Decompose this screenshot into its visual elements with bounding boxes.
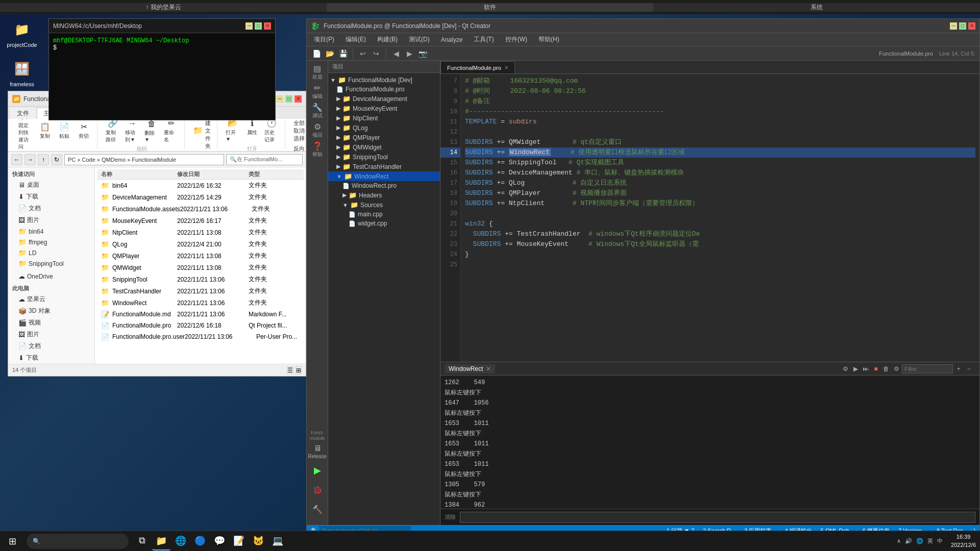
path-bar[interactable]: PC » Code » QMDemo » FunctionalModule (64, 154, 224, 165)
tree-sources[interactable]: ▼ 📁 Sources (328, 200, 440, 210)
output-collapse-btn[interactable]: − (964, 364, 973, 373)
tree-testcrashhandler[interactable]: ▶ 📁 TestCrashHandler (328, 162, 440, 171)
output-fwd-btn[interactable]: ⏭ (861, 364, 870, 373)
select-none-btn[interactable]: 全部取消选择 (291, 119, 306, 143)
nav-refresh-btn[interactable]: ↻ (51, 154, 62, 165)
sidebar-help-btn[interactable]: ❓帮助 (308, 140, 327, 159)
terminal-maximize-btn[interactable]: □ (255, 22, 262, 30)
output-text-input[interactable] (460, 512, 975, 523)
invert-select-btn[interactable]: 反向选择 (291, 144, 306, 152)
code-content[interactable]: # @邮箱 1603291350@qq.com # @时间 2022-08-06… (461, 74, 979, 362)
output-filter-input[interactable] (902, 364, 953, 373)
sidebar-item-images[interactable]: 🖼图片 (8, 329, 94, 340)
file-item-ntpclient[interactable]: 📁NtpClient2022/11/1 13:08文件夹 (97, 227, 304, 238)
close-tab-icon[interactable]: ✕ (504, 65, 508, 70)
sidebar-item-download[interactable]: ⬇下载 (8, 191, 94, 203)
taskbar-top-right[interactable]: 系统 (653, 3, 980, 12)
nav-up-btn[interactable]: ↑ (38, 154, 49, 165)
sidebar-item-pics[interactable]: 🖼图片 (8, 214, 94, 226)
toolbar-undo-btn[interactable]: ↩ (357, 48, 369, 59)
file-item-qmwidget[interactable]: 📁QMWidget2022/11/1 13:08文件夹 (97, 262, 304, 273)
toolbar-new-btn[interactable]: 📄 (311, 48, 322, 59)
nav-forward-btn[interactable]: → (24, 154, 36, 165)
tree-mousekeyevent[interactable]: ▶ 📁 MouseKeyEvent (328, 104, 440, 113)
view-list-btn[interactable]: ☰ (287, 366, 293, 374)
tree-devicemgmt[interactable]: ▶ 📁 DeviceManagement (328, 94, 440, 104)
toolbar-snap-btn[interactable]: 📷 (417, 48, 428, 59)
file-item-mousekeyevent[interactable]: 📁MouseKeyEvent2022/12/6 16:17文件夹 (97, 215, 304, 227)
tree-qmwidget[interactable]: ▶ 📁 QMWidget (328, 142, 440, 152)
sidebar-edit-btn[interactable]: ✏编辑 (308, 82, 327, 101)
history-btn[interactable]: 🕐历史记录 (262, 119, 281, 144)
taskbar-top-middle[interactable]: 软件 (327, 3, 653, 12)
menu-test[interactable]: 测试(D) (404, 34, 435, 45)
copy-btn[interactable]: 📋复制 (36, 121, 54, 141)
toolbar-save-btn[interactable]: 💾 (337, 48, 349, 59)
sidebar-item-ffmpeg[interactable]: 📁ffmpeg (8, 237, 94, 247)
taskbar-app-notepad[interactable]: 📝 (230, 532, 248, 550)
toolbar-open-btn[interactable]: 📂 (324, 48, 335, 59)
sidebar-item-jianguoyun[interactable]: ☁坚果云 (8, 293, 94, 305)
cut-btn[interactable]: ✂剪切 (75, 121, 93, 141)
tree-ntpclient[interactable]: ▶ 📁 NtpClient (328, 113, 440, 123)
desktop-icon-frameless[interactable]: 🪟 frameless (4, 59, 40, 87)
sidebar-item-snippingtool[interactable]: 📁SnippingTool (8, 258, 94, 269)
tray-volume[interactable]: 🔊 (905, 538, 912, 544)
file-item-testcrashhandler[interactable]: 📁TestCrashHandler2022/11/21 13:06文件夹 (97, 285, 304, 297)
toolbar-redo-btn[interactable]: ↪ (371, 48, 382, 59)
output-stop-btn[interactable]: ■ (871, 364, 880, 373)
file-item-fm-assets[interactable]: 📁FunctionalModule.assets2022/11/21 13:06… (97, 203, 304, 215)
tree-snippingtool[interactable]: ▶ 📁 SnippingTool (328, 152, 440, 162)
taskbar-app-terminal[interactable]: 💻 (268, 532, 287, 550)
open-btn[interactable]: 📂打开▼ (224, 119, 242, 144)
file-item-snippingtool[interactable]: 📁SnippingTool2022/11/21 13:06文件夹 (97, 273, 304, 285)
search-bar[interactable]: 🔍 在 FunctionalMo... (226, 154, 303, 165)
menu-analyze[interactable]: Analyze (436, 35, 468, 44)
tree-root[interactable]: ▼ 📁 FunctionalModule [Dev] (328, 75, 440, 85)
pin-btn[interactable]: 📌固定到快速访问 (16, 119, 35, 152)
sidebar-debug-btn[interactable]: 🔧调试 (308, 102, 327, 120)
explorer-minimize-btn[interactable]: ─ (276, 95, 283, 103)
toolbar-back-btn[interactable]: ◀ (390, 48, 402, 59)
sidebar-welcome-btn[interactable]: ▤欢迎 (308, 63, 327, 81)
delete-btn[interactable]: 🗑删除▼ (142, 119, 161, 143)
file-item-qmplayer[interactable]: 📁QMPlayer2022/11/1 13:08文件夹 (97, 250, 304, 262)
tree-qmplayer[interactable]: ▶ 📁 QMPlayer (328, 133, 440, 142)
output-tool-1[interactable]: ⚙ (841, 364, 850, 373)
qt-close-btn[interactable]: ✕ (968, 22, 975, 30)
menu-help[interactable]: 帮助(H) (533, 34, 565, 45)
tree-main-cpp[interactable]: 📄 main.cpp (328, 210, 440, 219)
move-btn[interactable]: →移动到▼ (123, 119, 141, 144)
output-active-tab[interactable]: WindowRect ✕ (445, 364, 495, 373)
tree-widget-cpp[interactable]: 📄 widget.cpp (328, 219, 440, 228)
run-btn[interactable]: ▶ (308, 462, 327, 480)
desktop-icon-projectcode[interactable]: 📁 projectCode (4, 19, 40, 48)
editor-tab-fm-pro[interactable]: FunctionalModule.pro ✕ (440, 61, 515, 73)
output-expand-btn[interactable]: + (954, 364, 963, 373)
file-item-bin64[interactable]: 📁bin642022/12/6 16:32文件夹 (97, 180, 304, 191)
taskbar-app-chrome[interactable]: 🔵 (191, 532, 209, 550)
ribbon-tab-file[interactable]: 文件 (10, 108, 36, 119)
taskbar-top-left[interactable]: ↑ 我的坚果云 (0, 3, 327, 12)
taskbar-app-explorer[interactable]: 📁 (152, 532, 170, 550)
toolbar-fwd-btn[interactable]: ▶ (404, 48, 415, 59)
menu-edit[interactable]: 编辑(E) (340, 34, 371, 45)
sidebar-item-bin64[interactable]: 📁bin64 (8, 226, 94, 237)
taskbar-app-wechat[interactable]: 💬 (210, 532, 229, 550)
terminal-close-btn[interactable]: ✕ (264, 22, 271, 30)
taskbar-app-taskview[interactable]: ⧉ (133, 532, 151, 550)
taskbar-app-edge[interactable]: 🌐 (172, 532, 190, 550)
file-item-devicemanagement[interactable]: 📁DeviceManagement2022/12/5 14:29文件夹 (97, 191, 304, 203)
menu-project[interactable]: 项目(P) (309, 34, 339, 45)
file-item-windowrect[interactable]: 📁WindowRect2022/11/21 13:06文件夹 (97, 297, 304, 309)
output-clear-output-btn[interactable]: 清除 (445, 513, 456, 521)
output-play-btn[interactable]: ▶ (851, 364, 860, 373)
build-btn[interactable]: 🔨 (308, 500, 327, 519)
qt-maximize-btn[interactable]: □ (959, 22, 966, 30)
sidebar-item-onedrive[interactable]: ☁OneDrive (8, 271, 94, 282)
nav-back-btn[interactable]: ← (11, 154, 22, 165)
sidebar-item-3d[interactable]: 📦3D 对象 (8, 305, 94, 317)
tree-qlog[interactable]: ▶ 📁 QLog (328, 123, 440, 133)
file-item-fm-pro-user[interactable]: 📄FunctionalModule.pro.user2022/11/21 13:… (97, 331, 304, 342)
paste-btn[interactable]: 📄粘贴 (55, 121, 74, 141)
